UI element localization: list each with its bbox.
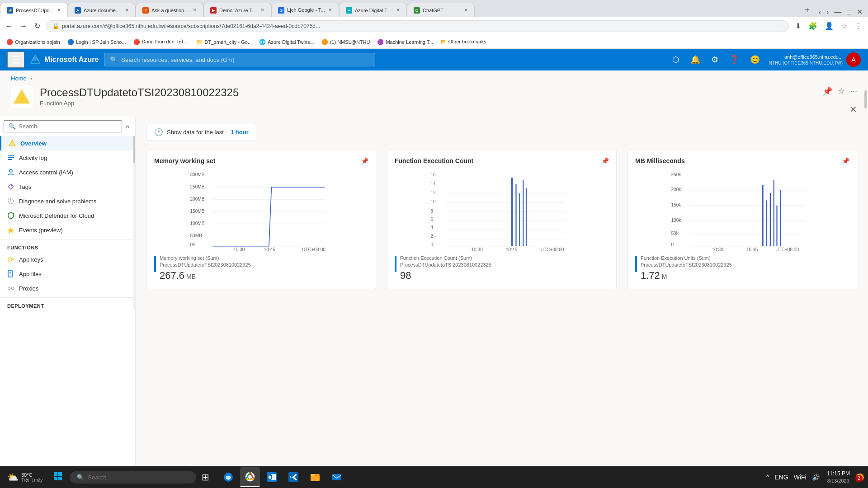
favorite-btn[interactable]: ☆ [838,86,845,96]
bookmark-tet[interactable]: 🔴 Đăng thon đón Tết:... [131,38,192,46]
chart-pin-btn[interactable]: 📌 [601,157,609,164]
sidebar-item-overview[interactable]: Overview [0,136,135,150]
maximize-btn[interactable]: □ [845,7,853,17]
user-email: anh@office365.nthu.edu... [769,54,843,60]
sidebar-item-events[interactable]: Events (preview) [0,223,135,237]
sidebar-item-label: Microsoft Defender for Cloud [19,212,94,219]
settings-btn[interactable]: ⚙ [708,53,722,66]
new-tab-button[interactable]: + [801,5,813,15]
scroll-thumb[interactable] [133,136,135,163]
downloads-btn[interactable]: ⬇ [793,20,804,32]
sidebar-search-input[interactable] [19,123,117,130]
bookmark-organizations[interactable]: 🔴 Organizations spjain [4,38,63,46]
start-button[interactable] [48,470,68,485]
taskbar-app-mail[interactable] [327,467,347,487]
breadcrumb-home[interactable]: Home [11,75,27,82]
tab-close-btn[interactable]: ✕ [125,7,129,13]
resource-action-buttons: 📌 ☆ ··· [822,86,857,96]
taskbar-app-browser[interactable] [240,467,260,487]
tab-favicon: C [414,7,420,14]
bookmark-dt-smart[interactable]: 📁 DT_smart_city - Go... [193,38,255,46]
taskbar-search-bar[interactable]: 🔍 [70,471,196,483]
notifications-btn[interactable]: 🔔 [687,53,704,66]
data-banner-value: 1 hour [231,129,249,136]
more-actions-btn[interactable]: ··· [850,87,857,96]
tab-close-btn[interactable]: ✕ [328,7,332,13]
content-scrollbar[interactable] [864,117,868,226]
more-btn[interactable]: ⋮ [852,20,864,32]
svg-rect-104 [332,474,341,480]
data-time-banner[interactable]: 🕐 Show data for the last : 1 hour [146,124,256,141]
execution-chart-svg: 16 14 12 10 8 6 4 2 0 [395,170,609,251]
url-bar[interactable]: 🔒 portal.azure.com/#@office365.nthu.edu.… [46,20,789,32]
svg-text:50MB: 50MB [190,233,203,238]
weather-widget[interactable]: ⛅ 30°C Trời ít mây [4,470,46,484]
pin-to-dashboard-btn[interactable]: 📌 [822,86,832,96]
notification-area[interactable]: 🟠 2 [855,473,864,482]
tab-close-btn[interactable]: ✕ [193,7,197,13]
taskbar-app-edge[interactable] [218,467,238,487]
close-window-btn[interactable]: ✕ [855,7,864,17]
sidebar-item-app-files[interactable]: App files [0,267,135,281]
tab-demo-azure[interactable]: ▶ Demo: Azure T... ✕ [203,3,271,17]
sidebar-item-defender[interactable]: Microsoft Defender for Cloud [0,208,135,223]
chart-pin-btn[interactable]: 📌 [842,157,849,164]
cloud-shell-btn[interactable]: ⬡ [669,53,683,66]
bookmark-other[interactable]: 📂 Other bookmarks [438,38,489,46]
sidebar-search-container[interactable]: 🔍 [4,120,122,132]
tab-azure-digital[interactable]: A Azure Digital T... ✕ [339,3,407,17]
sidebar-item-proxies[interactable]: Proxies [0,281,135,296]
feedback-btn[interactable]: 😊 [746,53,764,66]
azure-search-input[interactable] [121,56,369,63]
profile-btn[interactable]: 👤 [822,20,836,32]
tab-close-btn[interactable]: ✕ [260,7,264,13]
bookmark-btn[interactable]: ☆ [838,20,850,32]
sidebar-item-access-control[interactable]: Access control (IAM) [0,165,135,179]
help-btn[interactable]: ❓ [726,53,743,66]
mb-chart-svg: 250k 200k 150k 100k 50k 0 [635,170,849,251]
tab-scroll-left[interactable]: ‹ [817,7,823,17]
task-view-btn[interactable]: ⊞ [198,470,213,484]
tab-close-btn[interactable]: ✕ [57,7,61,13]
collapse-sidebar-btn[interactable]: « [124,121,132,132]
taskbar-app-outlook[interactable] [262,467,282,487]
tray-chevron-btn[interactable]: ^ [764,472,771,483]
forward-btn[interactable]: → [18,20,29,32]
taskbar-search-input[interactable] [88,474,189,481]
back-btn[interactable]: ← [4,20,14,32]
bookmark-azure-dt[interactable]: 🌐 Azure Digital Twins... [256,38,317,46]
tab-close-btn[interactable]: ✕ [396,7,400,13]
tab-google-calendar[interactable]: G Lịch Google - T... ✕ [271,3,339,17]
tab-scroll-right[interactable]: › [825,7,830,17]
sidebar-item-tags[interactable]: Tags [0,179,135,194]
taskbar-clock[interactable]: 11:15 PM 8/13/2023 [823,468,854,486]
taskbar-app-vscode[interactable] [283,467,303,487]
tab-close-btn[interactable]: ✕ [464,7,468,13]
sidebar-item-diagnose[interactable]: Diagnose and solve problems [0,194,135,208]
taskbar-app-files[interactable] [305,467,325,487]
tab-azure-docs[interactable]: A Azure docume... ✕ [68,3,136,17]
resource-title-area: ProcessDTUpdatetoTSI20230810022325 Funct… [40,86,808,107]
sidebar-item-app-keys[interactable]: App keys [0,252,135,267]
legend-value-row: 267.6 MB [160,270,251,282]
user-avatar[interactable]: A [846,52,861,67]
svg-text:UTC+08:00: UTC+08:00 [302,247,326,251]
sidebar-item-activity-log[interactable]: Activity log [0,150,135,165]
wifi-icon[interactable]: WiFi [792,472,808,483]
tray-lang[interactable]: ENG [773,472,790,483]
minimize-btn[interactable]: — [832,7,843,17]
chart-pin-btn[interactable]: 📌 [361,157,368,164]
menu-button[interactable]: ☰ [7,52,24,68]
nav-actions: ⬇ 🧩 👤 ☆ ⋮ [793,20,864,32]
bookmark-ml[interactable]: 🟣 Machine Learning T... [374,38,436,46]
extensions-btn[interactable]: 🧩 [806,20,820,32]
bookmark-login[interactable]: 🔵 Login | SP Jain Scho... [65,38,129,46]
close-panel-btn[interactable]: ✕ [849,104,857,115]
tab-ask-question[interactable]: ? Ask a question... ✕ [136,3,203,17]
azure-search-bar[interactable]: 🔍 [104,53,375,66]
volume-icon[interactable]: 🔊 [810,472,821,483]
tab-chatgpt[interactable]: C ChatGPT ✕ [407,3,475,17]
bookmark-nmsl[interactable]: 🟠 (1) NMSL@NTHU [319,38,373,46]
tab-processdtupdate[interactable]: ⚡ ProcessDTUpd... ✕ [0,3,68,17]
reload-btn[interactable]: ↻ [33,20,42,32]
